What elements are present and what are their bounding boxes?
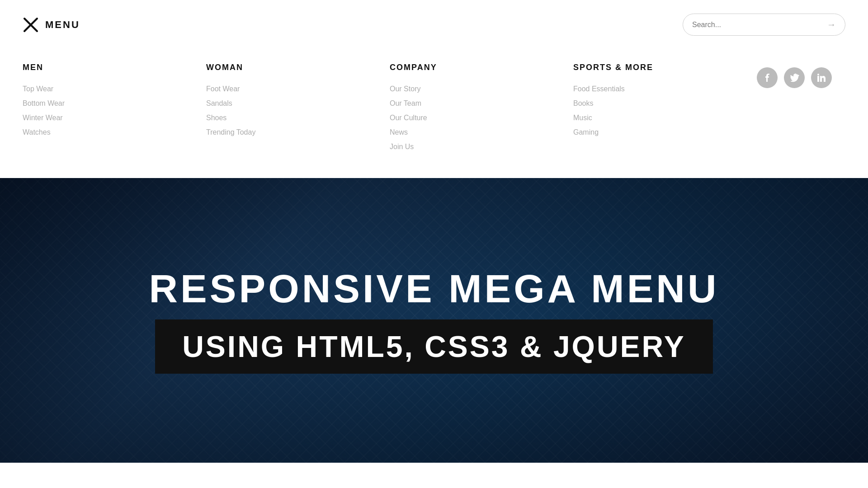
close-icon[interactable] [23, 17, 39, 33]
list-item[interactable]: Our Team [390, 99, 560, 108]
col-links-company: Our Story Our Team Our Culture News Join… [390, 85, 560, 151]
link-sandals[interactable]: Sandals [206, 99, 232, 107]
list-item[interactable]: News [390, 128, 560, 136]
col-links-woman: Foot Wear Sandals Shoes Trending Today [206, 85, 376, 136]
list-item[interactable]: Winter Wear [23, 114, 193, 122]
list-item[interactable]: Join Us [390, 143, 560, 151]
link-our-culture[interactable]: Our Culture [390, 114, 427, 122]
hero-title: RESPONSIVE MEGA MENU [149, 267, 719, 311]
list-item[interactable]: Trending Today [206, 128, 376, 136]
list-item[interactable]: Top Wear [23, 85, 193, 93]
menu-col-woman: WOMAN Foot Wear Sandals Shoes Trending T… [206, 63, 390, 151]
link-top-wear[interactable]: Top Wear [23, 85, 53, 93]
list-item[interactable]: Our Story [390, 85, 560, 93]
link-trending-today[interactable]: Trending Today [206, 128, 255, 136]
list-item[interactable]: Our Culture [390, 114, 560, 122]
link-shoes[interactable]: Shoes [206, 114, 226, 122]
menu-top-bar: MENU → [23, 14, 845, 36]
link-winter-wear[interactable]: Winter Wear [23, 114, 63, 122]
menu-col-sports: SPORTS & MORE Food Essentials Books Musi… [573, 63, 757, 151]
hero-subtitle-wrapper: USING HTML5, CSS3 & JQUERY [155, 319, 713, 374]
link-books[interactable]: Books [573, 99, 593, 107]
list-item[interactable]: Gaming [573, 128, 743, 136]
menu-label: MENU [45, 19, 80, 31]
col-heading-company: COMPANY [390, 63, 560, 72]
link-our-team[interactable]: Our Team [390, 99, 421, 107]
link-our-story[interactable]: Our Story [390, 85, 420, 93]
col-heading-woman: WOMAN [206, 63, 376, 72]
link-foot-wear[interactable]: Foot Wear [206, 85, 240, 93]
svg-point-3 [817, 74, 819, 75]
facebook-icon[interactable] [757, 67, 778, 88]
menu-columns: MEN Top Wear Bottom Wear Winter Wear Wat… [23, 63, 757, 151]
menu-area: MENU → MEN Top Wear Bottom Wear Winter W… [0, 0, 868, 178]
list-item[interactable]: Music [573, 114, 743, 122]
svg-rect-2 [817, 76, 819, 82]
search-submit-icon[interactable]: → [827, 19, 836, 30]
col-links-sports: Food Essentials Books Music Gaming [573, 85, 743, 136]
list-item[interactable]: Sandals [206, 99, 376, 108]
link-bottom-wear[interactable]: Bottom Wear [23, 99, 65, 107]
list-item[interactable]: Foot Wear [206, 85, 376, 93]
link-join-us[interactable]: Join Us [390, 143, 414, 150]
list-item[interactable]: Food Essentials [573, 85, 743, 93]
link-watches[interactable]: Watches [23, 128, 51, 136]
list-item[interactable]: Bottom Wear [23, 99, 193, 108]
hero-section: RESPONSIVE MEGA MENU USING HTML5, CSS3 &… [0, 178, 868, 463]
list-item[interactable]: Books [573, 99, 743, 108]
list-item[interactable]: Watches [23, 128, 193, 136]
menu-logo: MENU [23, 17, 80, 33]
menu-col-company: COMPANY Our Story Our Team Our Culture N… [390, 63, 573, 151]
col-links-men: Top Wear Bottom Wear Winter Wear Watches [23, 85, 193, 136]
col-heading-sports: SPORTS & MORE [573, 63, 743, 72]
link-gaming[interactable]: Gaming [573, 128, 599, 136]
link-music[interactable]: Music [573, 114, 592, 122]
menu-col-men: MEN Top Wear Bottom Wear Winter Wear Wat… [23, 63, 206, 151]
twitter-icon[interactable] [784, 67, 805, 88]
search-box: → [683, 14, 845, 36]
link-news[interactable]: News [390, 128, 408, 136]
hero-subtitle: USING HTML5, CSS3 & JQUERY [182, 329, 686, 364]
social-icons [757, 63, 832, 88]
list-item[interactable]: Shoes [206, 114, 376, 122]
search-input[interactable] [692, 21, 827, 29]
linkedin-icon[interactable] [811, 67, 832, 88]
col-heading-men: MEN [23, 63, 193, 72]
link-food-essentials[interactable]: Food Essentials [573, 85, 625, 93]
